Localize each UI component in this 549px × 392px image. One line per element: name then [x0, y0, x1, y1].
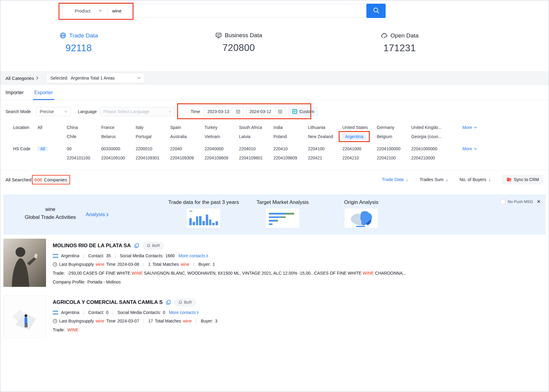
- location-option[interactable]: Italy: [136, 125, 170, 130]
- trade-text: SAUVIGNON BLANC, WOODHAVEN, 6X1500 ML, V…: [143, 271, 363, 276]
- location-option[interactable]: Latvia: [239, 134, 273, 139]
- hs-code-option[interactable]: 2204109609: [205, 155, 239, 160]
- location-option[interactable]: Spain: [170, 125, 205, 130]
- search-input[interactable]: [108, 8, 366, 14]
- location-option[interactable]: Australia: [170, 134, 205, 139]
- search-mode-select[interactable]: Precise: [36, 107, 71, 116]
- chevron-down-icon: [137, 77, 141, 79]
- stat-business-data[interactable]: Business Data 720800: [202, 32, 275, 53]
- language-select[interactable]: Please Select Language: [100, 107, 175, 116]
- tab-importer[interactable]: Importer: [5, 85, 24, 100]
- location-option[interactable]: South Africa: [239, 125, 273, 130]
- hs-code-option[interactable]: 22042100: [377, 155, 411, 160]
- chevron-down-icon: [168, 111, 172, 113]
- hs-code-all-selected[interactable]: All: [37, 146, 67, 151]
- hs-code-option[interactable]: 2204210: [342, 155, 377, 160]
- location-option[interactable]: China: [67, 125, 101, 130]
- hs-code-option[interactable]: 2204109809: [273, 155, 308, 160]
- bar-chart-thumbnail[interactable]: [187, 208, 220, 228]
- hs-code-option[interactable]: 2204109801: [239, 155, 273, 160]
- hs-code-option[interactable]: 2204100: [308, 146, 342, 151]
- company-illustration-thumbnail[interactable]: [3, 295, 46, 338]
- sort-trade-date[interactable]: Trade Date ↓: [382, 177, 408, 182]
- contact-label: Contact:: [88, 310, 104, 315]
- company-name[interactable]: AGRICOLA Y COMERCIAL SANTA CAMILA S: [53, 299, 162, 305]
- location-all[interactable]: All: [37, 125, 67, 130]
- chevron-down-icon: [474, 127, 477, 129]
- hs-code-option[interactable]: 22041000000: [411, 146, 462, 151]
- copy-icon[interactable]: [134, 243, 139, 248]
- location-option[interactable]: Germany: [377, 125, 411, 130]
- last-supply-label: Last Buyingsupply: [59, 262, 94, 267]
- more-contacts-link[interactable]: More contacts: [169, 310, 199, 315]
- company-card: AGRICOLA Y COMERCIAL SANTA CAMILA S BizR…: [3, 295, 546, 338]
- location-option[interactable]: France: [101, 125, 136, 130]
- hs-code-option[interactable]: 00330000: [101, 146, 136, 151]
- all-categories-link[interactable]: All Categories: [5, 76, 38, 81]
- banner-subtitle: Global Trade Activities: [17, 214, 84, 220]
- sort-trades-sum[interactable]: Trades Sum ↓: [420, 177, 448, 182]
- banner-card-title: Target Market Analysis: [249, 199, 316, 205]
- location-option[interactable]: Portugal: [136, 134, 170, 139]
- tab-exporter[interactable]: Exporter: [34, 85, 53, 100]
- location-option[interactable]: United States: [342, 125, 377, 130]
- analysis-link[interactable]: Analysis: [86, 212, 109, 218]
- hs-code-option[interactable]: 2204010: [239, 146, 273, 151]
- location-option[interactable]: Georgia (coun...: [411, 134, 462, 139]
- location-option[interactable]: United Kingdo...: [411, 125, 462, 130]
- hs-code-more-link[interactable]: More: [462, 146, 549, 151]
- custom-time-button[interactable]: Custom: [288, 107, 318, 116]
- hs-code-option[interactable]: 2200010: [136, 146, 170, 151]
- search-button[interactable]: [366, 4, 386, 18]
- hs-code-option[interactable]: 22041000: [342, 146, 377, 151]
- stat-trade-data[interactable]: Trade Data 92118: [42, 32, 115, 54]
- location-option[interactable]: India: [273, 125, 308, 130]
- company-name[interactable]: MOLINOS RIO DE LA PLATA SA: [53, 243, 131, 249]
- filter-panel: Search Mode Precise Language Please Sele…: [0, 100, 549, 170]
- date-to-input[interactable]: 2024-03-12: [246, 107, 286, 116]
- hs-code-option[interactable]: 2204109301: [136, 155, 170, 160]
- hs-code-option[interactable]: 00: [67, 146, 101, 151]
- hs-code-label: HS Code: [0, 146, 37, 151]
- hs-code-option[interactable]: 2204109309: [170, 155, 205, 160]
- location-option-argentina-selected[interactable]: Argentina: [342, 134, 377, 139]
- company-photo-thumbnail[interactable]: [3, 239, 46, 287]
- close-icon[interactable]: ✕: [537, 199, 541, 205]
- location-option[interactable]: Chile: [67, 134, 101, 139]
- hs-code-option[interactable]: 2204101100: [67, 155, 101, 160]
- selected-areas-dropdown[interactable]: Selected: Argentina Total 1 Areas: [46, 73, 145, 83]
- no-push-checkbox[interactable]: [500, 199, 505, 204]
- hs-code-option[interactable]: 22040000: [205, 146, 239, 151]
- companies-word: Companies: [44, 177, 67, 182]
- sort-no-of-buyers[interactable]: No. of Buyers ↓: [459, 177, 490, 182]
- location-option[interactable]: New Zealand: [308, 134, 342, 139]
- keyword: wine: [180, 262, 189, 267]
- location-option[interactable]: Belgium: [377, 134, 411, 139]
- date-from-input[interactable]: 2023-03-13: [204, 107, 244, 116]
- copy-icon[interactable]: [166, 300, 171, 305]
- banner-card-title: Origin Analysis: [337, 199, 386, 205]
- location-option[interactable]: Belarus: [101, 134, 136, 139]
- location-option[interactable]: Vietnam: [205, 134, 239, 139]
- location-option[interactable]: Lithuania: [308, 125, 342, 130]
- keyword: WINE: [67, 327, 79, 332]
- horizontal-bar-chart-thumbnail[interactable]: [266, 208, 299, 228]
- china-map-thumbnail[interactable]: [344, 208, 378, 228]
- hs-code-option[interactable]: 220410: [273, 146, 308, 151]
- bizr-badge[interactable]: BizR: [143, 242, 164, 250]
- sync-to-crm-button[interactable]: Sync to CRM: [502, 175, 543, 184]
- location-option[interactable]: Turkey: [205, 125, 239, 130]
- hs-code-option[interactable]: 2204210000: [411, 155, 462, 160]
- hs-code-option[interactable]: 22040: [170, 146, 205, 151]
- location-option[interactable]: Poland: [273, 134, 308, 139]
- hs-code-option[interactable]: 2204100000: [377, 146, 411, 151]
- search-mode-value: Precise: [40, 109, 54, 114]
- more-contacts-link[interactable]: More contacts: [178, 253, 208, 258]
- stat-open-data[interactable]: Open Data 171231: [363, 32, 436, 54]
- hs-code-option[interactable]: 2204109100: [101, 155, 136, 160]
- company-country: Argentina: [61, 310, 79, 315]
- location-more-link[interactable]: More: [462, 125, 549, 130]
- hs-code-option[interactable]: 220421: [308, 155, 342, 160]
- search-category-dropdown[interactable]: Product: [62, 4, 108, 17]
- bizr-badge[interactable]: BizR: [174, 298, 196, 306]
